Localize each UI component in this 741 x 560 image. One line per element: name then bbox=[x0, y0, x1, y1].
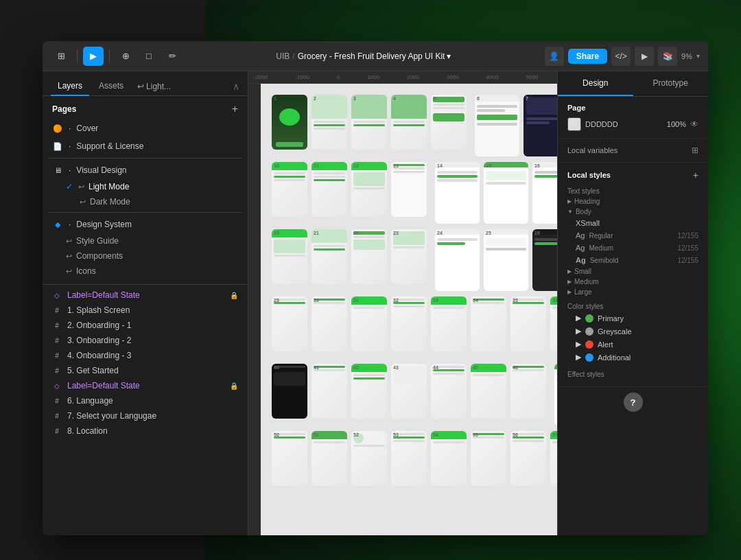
visibility-icon[interactable]: 👁 bbox=[690, 119, 698, 129]
screen-11: 11 bbox=[311, 162, 347, 217]
screen-row-6: 50 51 52 53 54 55 56 57 58 59 60 bbox=[272, 431, 546, 486]
expand-heading-icon: ▶ bbox=[567, 198, 572, 205]
layer-onboarding-3[interactable]: # 4. Onboarding - 3 bbox=[43, 348, 248, 363]
layer-onboarding1-label: 2. Onboarding - 1 bbox=[67, 320, 131, 330]
page-item-dark-mode[interactable]: ↩ Dark Mode bbox=[62, 194, 242, 209]
help-button[interactable]: ? bbox=[624, 393, 643, 412]
page-fill-row: DDDDDD 100% 👁 bbox=[567, 117, 698, 131]
color-styles-label: Color styles bbox=[567, 301, 698, 312]
additional-label: Additional bbox=[598, 353, 631, 362]
frame-tool[interactable]: ⊕ bbox=[115, 47, 136, 66]
tab-layers[interactable]: Layers bbox=[51, 77, 89, 96]
frame-icon-loc: # bbox=[52, 426, 62, 436]
variables-icon[interactable]: ⊞ bbox=[692, 145, 698, 155]
layer-label-default-2[interactable]: ◇ Label=Default State 🔒 bbox=[43, 378, 248, 393]
color-greyscale[interactable]: ▶ Greyscale bbox=[567, 325, 698, 338]
fill-swatch[interactable] bbox=[567, 117, 581, 131]
page-item-visual[interactable]: 🖥 · Visual Design bbox=[48, 161, 242, 179]
large-category[interactable]: ▶ Large bbox=[567, 287, 698, 297]
page-item-cover[interactable]: 🟠 · Cover bbox=[48, 119, 242, 137]
fill-hex[interactable]: DDDDDD bbox=[585, 120, 655, 128]
right-panel-tabs: Design Prototype bbox=[558, 71, 708, 97]
screen-42: 42 bbox=[351, 364, 387, 419]
page-item-design-system[interactable]: ◆ · Design System bbox=[48, 215, 242, 233]
tab-prototype[interactable]: Prototype bbox=[633, 71, 709, 96]
small-category[interactable]: ▶ Small bbox=[567, 266, 698, 277]
fill-opacity[interactable]: 100% bbox=[659, 120, 686, 128]
canvas-area[interactable]: -2000 -1000 0 1000 2000 3000 4000 5000 6… bbox=[248, 71, 557, 535]
style-medium[interactable]: Ag Medium 12/155 bbox=[567, 242, 698, 254]
screen-2: 2 bbox=[311, 95, 347, 150]
add-style-button[interactable]: + bbox=[693, 170, 698, 180]
tab-design[interactable]: Design bbox=[558, 71, 633, 96]
page-icon-support: 📄 bbox=[52, 141, 63, 152]
page-item-support[interactable]: 📄 · Support & License bbox=[48, 137, 242, 155]
zoom-chevron-icon: ▾ bbox=[696, 52, 700, 60]
style-semibold[interactable]: Ag Semibold 12/155 bbox=[567, 254, 698, 266]
regular-label: Regular bbox=[589, 232, 673, 240]
style-xsmall[interactable]: XSmall bbox=[567, 217, 698, 229]
layer-label-default-1[interactable]: ◇ Label=Default State 🔒 bbox=[43, 288, 248, 303]
layer-onboarding-2[interactable]: # 3. Onboarding - 2 bbox=[43, 333, 248, 348]
layer-splash-screen[interactable]: # 1. Splash Screen bbox=[43, 303, 248, 318]
style-regular[interactable]: Ag Regular 12/155 bbox=[567, 229, 698, 242]
component-icon-2: ◇ bbox=[52, 381, 62, 390]
medium-text-category[interactable]: ▶ Medium bbox=[567, 277, 698, 287]
divider2 bbox=[48, 212, 242, 213]
shape-tool[interactable]: □ bbox=[139, 47, 159, 66]
layer-language[interactable]: # 6. Language bbox=[43, 393, 248, 408]
layer-location[interactable]: # 8. Location bbox=[43, 423, 248, 439]
layer-language-label: 6. Language bbox=[67, 396, 113, 406]
share-button[interactable]: Share bbox=[568, 49, 607, 64]
add-page-button[interactable]: + bbox=[232, 103, 238, 115]
xsmall-label: XSmall bbox=[576, 219, 600, 227]
indent-arrow-dark-icon: ↩ bbox=[80, 198, 86, 207]
frame-icon-sellang: # bbox=[52, 411, 62, 421]
panel-close-icon[interactable]: ∧ bbox=[233, 81, 239, 92]
local-variables-label: Local variables bbox=[567, 146, 618, 154]
select-tool[interactable]: ▶ bbox=[83, 47, 104, 66]
screen-row-4: 29 30 31 32 33 34 35 36 37 38 bbox=[272, 296, 546, 358]
tab-assets[interactable]: Assets bbox=[92, 77, 130, 96]
layer-onboarding-1[interactable]: # 2. Onboarding - 1 bbox=[43, 318, 248, 333]
color-primary[interactable]: ▶ Primary bbox=[567, 312, 698, 325]
avatar-icon[interactable]: 👤 bbox=[545, 47, 564, 66]
tab-link[interactable]: ↩ Light... bbox=[133, 78, 175, 95]
pen-tool[interactable]: ✏ bbox=[162, 47, 183, 66]
page-item-icons[interactable]: ↩ Icons bbox=[62, 264, 242, 279]
page-label-dark-mode: Dark Mode bbox=[90, 197, 130, 207]
divider-1 bbox=[77, 49, 78, 63]
color-styles-group: Color styles ▶ Primary ▶ Greyscale ▶ bbox=[567, 301, 698, 364]
breadcrumb-project[interactable]: Grocery - Fresh Fruit Delivery App UI Ki… bbox=[298, 51, 451, 61]
lock-icon-2: 🔒 bbox=[230, 382, 238, 390]
grid-tool[interactable]: ⊞ bbox=[51, 47, 71, 66]
local-variables-section: Local variables ⊞ bbox=[558, 139, 708, 163]
color-additional[interactable]: ▶ Additional bbox=[567, 351, 698, 364]
text-styles-title: Text styles bbox=[567, 187, 600, 195]
semibold-sample: Ag bbox=[576, 256, 586, 264]
local-styles-title: Local styles bbox=[567, 171, 611, 179]
frame-icon-ob1: # bbox=[52, 320, 62, 330]
layer-get-started[interactable]: # 5. Get Started bbox=[43, 363, 248, 378]
present-icon[interactable]: ▶ bbox=[635, 47, 654, 66]
layer-select-language[interactable]: # 7. Select your Langugae bbox=[43, 408, 248, 423]
heading-category[interactable]: ▶ Heading bbox=[567, 196, 698, 207]
body-category[interactable]: ▼ Body bbox=[567, 207, 698, 217]
screen-32: 32 bbox=[391, 296, 427, 351]
page-label-visual: · bbox=[69, 165, 71, 175]
library-icon[interactable]: 📚 bbox=[658, 47, 677, 66]
color-alert[interactable]: ▶ Alert bbox=[567, 338, 698, 351]
screen-55: 55 bbox=[471, 431, 506, 486]
code-icon[interactable]: </> bbox=[611, 47, 631, 66]
screen-row-5: 40 41 42 43 44 45 46 47 bbox=[272, 364, 546, 425]
page-item-style-guide[interactable]: ↩ Style Guide bbox=[62, 233, 242, 248]
toolbar-center: UIB / Grocery - Fresh Fruit Delivery App… bbox=[188, 51, 539, 61]
link-icon: ↩ bbox=[137, 82, 144, 91]
screen-34: 34 bbox=[471, 296, 506, 351]
page-item-components[interactable]: ↩ Components bbox=[62, 248, 242, 264]
layer-onboarding2-label: 3. Onboarding - 2 bbox=[67, 336, 131, 345]
page-item-light-mode[interactable]: ✓ ↩ Light Mode bbox=[62, 179, 242, 194]
zoom-level[interactable]: 9% bbox=[681, 52, 692, 60]
semibold-label: Semibold bbox=[590, 257, 674, 264]
expand-alert-icon: ▶ bbox=[576, 340, 581, 349]
